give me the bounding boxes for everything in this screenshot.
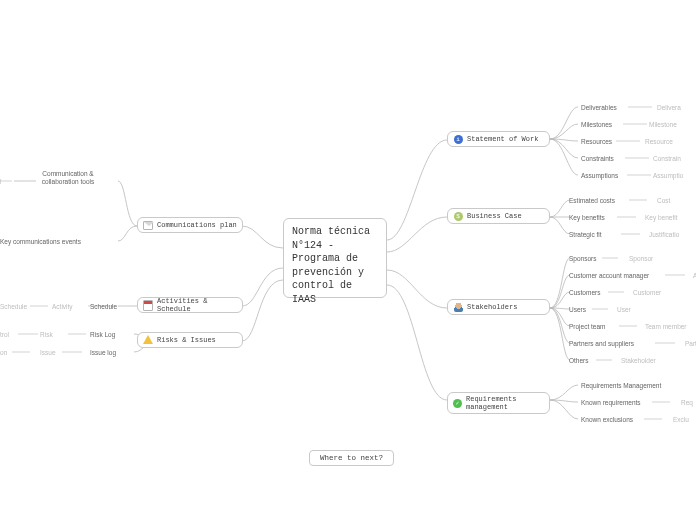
branch-label: Requirements management [466, 395, 544, 411]
bc_leaves-leaf-detail: Cost [657, 197, 670, 204]
branch-label: Activities & Schedule [157, 297, 237, 313]
sh_leaves-leaf-detail: Stakeholder [621, 357, 656, 364]
bc_leaves-leaf-detail: Key benefit [645, 214, 678, 221]
branch-right-2[interactable]: Stakeholders [447, 299, 550, 315]
sow_leaves-leaf[interactable]: Assumptions [581, 172, 618, 179]
sh_leaves-leaf-detail: Customer [633, 289, 661, 296]
branch-label: Risks & Issues [157, 336, 216, 344]
sow_leaves-leaf-detail: Delivera [657, 104, 681, 111]
risk-leaf[interactable]: Issue log [90, 349, 116, 356]
act-leaf-cut: Schedule [0, 303, 27, 310]
calendar-icon [143, 300, 153, 310]
risk-leaf: trol [0, 331, 9, 338]
branch-label: Stakeholders [467, 303, 517, 311]
branch-right-1[interactable]: $Business Case [447, 208, 550, 224]
sh_leaves-leaf-detail: Part [685, 340, 696, 347]
sh_leaves-leaf[interactable]: Users [569, 306, 586, 313]
warning-icon [143, 335, 153, 345]
central-topic[interactable]: Norma técnica N°124 - Programa de preven… [283, 218, 387, 298]
req_leaves-leaf[interactable]: Known exclusions [581, 416, 633, 423]
footer-label: Where to next? [320, 454, 383, 462]
bc_leaves-leaf[interactable]: Strategic fit [569, 231, 602, 238]
req_leaves-leaf[interactable]: Requirements Management [581, 382, 661, 389]
sow_leaves-leaf[interactable]: Milestones [581, 121, 612, 128]
sh_leaves-leaf[interactable]: Others [569, 357, 589, 364]
comm-leaf[interactable]: Key communications events [0, 238, 100, 245]
money-icon: $ [453, 211, 463, 221]
bc_leaves-leaf[interactable]: Estimated costs [569, 197, 615, 204]
risk-leaf: on [0, 349, 7, 356]
sh_leaves-leaf-detail: User [617, 306, 631, 313]
sh_leaves-leaf-detail: Sponsor [629, 255, 653, 262]
sow_leaves-leaf[interactable]: Deliverables [581, 104, 617, 111]
req_leaves-leaf[interactable]: Known requirements [581, 399, 641, 406]
risk-leaf: Issue [40, 349, 56, 356]
sh_leaves-leaf[interactable]: Customer account manager [569, 272, 649, 279]
branch-left-2[interactable]: Risks & Issues [137, 332, 243, 348]
where-to-next-button[interactable]: Where to next? [309, 450, 394, 466]
risk-leaf: Risk [40, 331, 53, 338]
check-icon: ✓ [453, 398, 462, 408]
comm-leaf[interactable]: Communication & collaboration tools [38, 170, 98, 186]
sh_leaves-leaf[interactable]: Sponsors [569, 255, 596, 262]
act-leaf-detail: Activity [52, 303, 73, 310]
sow_leaves-leaf-detail: Assumptio [653, 172, 683, 179]
branch-left-0[interactable]: Communications plan [137, 217, 243, 233]
branch-label: Statement of Work [467, 135, 538, 143]
sow_leaves-leaf-detail: Constrain [653, 155, 681, 162]
sow_leaves-leaf[interactable]: Constraints [581, 155, 614, 162]
req_leaves-leaf-detail: Exclu [673, 416, 689, 423]
sh_leaves-leaf[interactable]: Partners and suppliers [569, 340, 634, 347]
mindmap-canvas: Norma técnica N°124 - Programa de preven… [0, 0, 696, 520]
risk-leaf[interactable]: Risk Log [90, 331, 115, 338]
req_leaves-leaf-detail: Req [681, 399, 693, 406]
bc_leaves-leaf[interactable]: Key benefits [569, 214, 605, 221]
person-icon [453, 302, 463, 312]
sh_leaves-leaf[interactable]: Project team [569, 323, 606, 330]
mail-icon [143, 220, 153, 230]
act-leaf[interactable]: Schedule [90, 303, 117, 310]
sow_leaves-leaf[interactable]: Resources [581, 138, 612, 145]
bc_leaves-leaf-detail: Justificatio [649, 231, 679, 238]
branch-right-3[interactable]: ✓Requirements management [447, 392, 550, 414]
sh_leaves-leaf-detail: Team member [645, 323, 687, 330]
branch-right-0[interactable]: iStatement of Work [447, 131, 550, 147]
sow_leaves-leaf-detail: Resource [645, 138, 673, 145]
branch-left-1[interactable]: Activities & Schedule [137, 297, 243, 313]
branch-label: Communications plan [157, 221, 237, 229]
branch-label: Business Case [467, 212, 522, 220]
info-icon: i [453, 134, 463, 144]
sh_leaves-leaf[interactable]: Customers [569, 289, 600, 296]
central-title: Norma técnica N°124 - Programa de preven… [292, 225, 378, 306]
comm-tail: l [0, 178, 1, 185]
sow_leaves-leaf-detail: Milestone [649, 121, 677, 128]
